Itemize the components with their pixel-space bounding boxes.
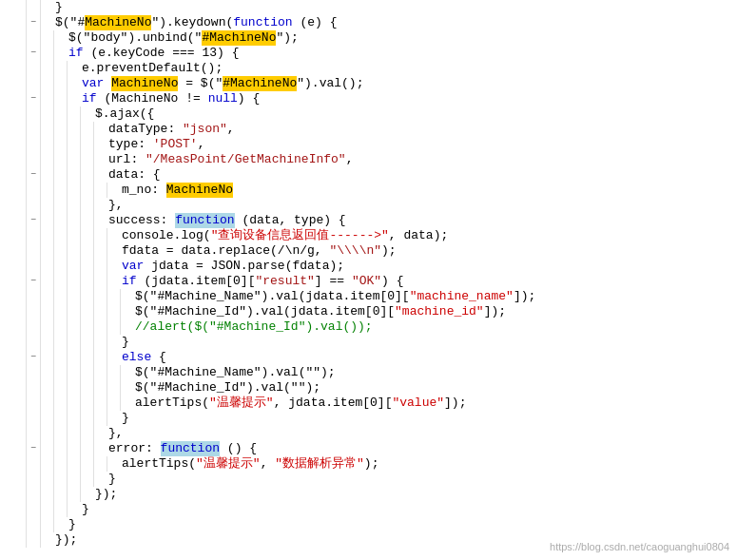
code-token: (e) { [293, 15, 338, 30]
code-line: fdata = data.replace(/\n/g, "\\\\n"); [0, 243, 737, 259]
indent-guide [107, 228, 120, 243]
line-number [0, 259, 27, 274]
code-token: ) { [381, 274, 403, 289]
code-token: jdata = JSON.parse(fdata); [144, 259, 344, 274]
indent-guide [80, 350, 93, 365]
indent-guide [53, 106, 67, 122]
indent-guide [53, 456, 67, 472]
code-token: ]); [444, 396, 466, 411]
indent-guide [40, 213, 53, 228]
code-token: "温馨提示" [209, 396, 274, 411]
code-token: MachineNo [111, 76, 178, 91]
indent-guide [40, 243, 53, 259]
code-token: "查询设备信息返回值------>" [211, 228, 389, 243]
indent-guide [53, 213, 67, 228]
code-token: ] == [315, 274, 352, 289]
code-token: MachineNo [166, 183, 233, 198]
indent-guide [40, 456, 53, 472]
line-content: console.log("查询设备信息返回值------>", data); [120, 228, 737, 243]
code-line: }, [0, 426, 737, 441]
fold-marker[interactable]: − [27, 167, 40, 183]
indent-guide [40, 319, 53, 335]
line-number [0, 426, 27, 441]
fold-marker[interactable]: − [27, 274, 40, 289]
indent-guide [80, 274, 93, 289]
indent-guide [67, 289, 80, 304]
indent-guide [67, 350, 80, 365]
indent-guide [40, 61, 53, 76]
fold-marker [27, 502, 40, 517]
indent-guide [53, 228, 67, 243]
code-line: }); [0, 487, 737, 502]
code-token: #MachineNo [202, 30, 276, 46]
indent-guide [107, 304, 120, 319]
indent-guide [53, 472, 67, 487]
line-number [0, 472, 27, 487]
fold-marker[interactable]: − [27, 46, 40, 61]
indent-guide [40, 76, 53, 91]
indent-guide [93, 411, 107, 426]
indent-guide [40, 365, 53, 380]
indent-guide [93, 228, 107, 243]
fold-marker [27, 411, 40, 426]
line-number [0, 532, 27, 548]
code-token: type: [108, 137, 153, 152]
code-token: }); [55, 532, 77, 548]
code-token: $("#Machine_Id").val(jdata.item[0][ [135, 304, 395, 319]
indent-guide [40, 502, 53, 517]
code-token: ]); [484, 304, 506, 319]
indent-guide [40, 122, 53, 137]
indent-guide [93, 274, 107, 289]
code-token: "value" [392, 396, 444, 411]
indent-guide [53, 502, 67, 517]
indent-guide [80, 106, 93, 122]
indent-guide [93, 365, 107, 380]
fold-marker [27, 396, 40, 411]
indent-guide [67, 61, 80, 76]
code-token: MachineNo [85, 15, 151, 30]
indent-guide [53, 61, 67, 76]
indent-guide [80, 183, 93, 198]
indent-guide [120, 380, 133, 396]
line-content: if (MachineNo != null) { [80, 91, 737, 106]
fold-marker[interactable]: − [27, 213, 40, 228]
line-content: $("#MachineNo").keydown(function (e) { [53, 15, 737, 30]
code-line: console.log("查询设备信息返回值------>", data); [0, 228, 737, 243]
indent-guide [40, 106, 53, 122]
indent-guide [67, 76, 80, 91]
fold-marker[interactable]: − [27, 350, 40, 365]
code-token: = $(" [178, 76, 223, 91]
indent-guide [53, 183, 67, 198]
line-content: type: 'POST', [107, 137, 737, 152]
indent-guide [40, 15, 53, 30]
indent-guide [67, 122, 80, 137]
fold-marker [27, 259, 40, 274]
code-token: success: [108, 213, 175, 228]
indent-guide [40, 350, 53, 365]
code-token: { [151, 350, 166, 365]
indent-guide [93, 335, 107, 350]
fold-marker [27, 243, 40, 259]
indent-guide [67, 228, 80, 243]
indent-guide [67, 411, 80, 426]
indent-guide [40, 228, 53, 243]
indent-guide [80, 122, 93, 137]
indent-guide [93, 243, 107, 259]
indent-guide [67, 137, 80, 152]
indent-guide [53, 304, 67, 319]
indent-guide [120, 289, 133, 304]
code-token: "OK" [352, 274, 381, 289]
line-number [0, 274, 27, 289]
fold-marker[interactable]: − [27, 441, 40, 456]
indent-guide [40, 274, 53, 289]
indent-guide [53, 426, 67, 441]
indent-guide [40, 183, 53, 198]
fold-marker[interactable]: − [27, 15, 40, 30]
indent-guide [93, 183, 107, 198]
code-line: } [0, 517, 737, 532]
indent-guide [40, 304, 53, 319]
line-number [0, 91, 27, 106]
fold-marker[interactable]: − [27, 91, 40, 106]
fold-marker [27, 517, 40, 532]
indent-guide [107, 259, 120, 274]
